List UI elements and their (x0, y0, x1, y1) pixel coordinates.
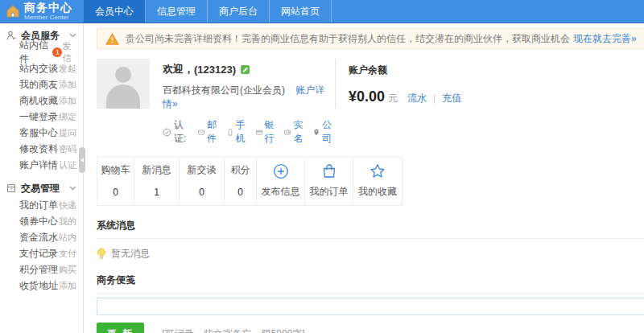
stat-cart[interactable]: 购物车 0 (97, 158, 134, 205)
sidebar-item-secondary[interactable]: 支付 (59, 248, 76, 260)
chevron-down-icon[interactable] (69, 33, 76, 38)
tab-site-home[interactable]: 网站首页 (270, 0, 332, 23)
sidebar-item-secondary[interactable]: 添加 (59, 79, 76, 91)
sidebar-item-mail[interactable]: 站内信件 1 发信 (0, 44, 83, 60)
sidebar-item-label: 商机收藏 (19, 94, 58, 108)
sidebar-item-label: 收货地址 (19, 279, 58, 293)
memo-hint: [可记录一些文字备忘，限5000字] (162, 327, 304, 333)
stat-label: 购物车 (97, 163, 134, 177)
system-messages-title: 系统消息 (97, 219, 644, 239)
sidebar-item-secondary[interactable]: 发信 (62, 40, 76, 64)
welcome-text: 欢迎， (163, 62, 194, 76)
main-nav: 会员中心 信息管理 商户后台 网站首页 (84, 0, 332, 23)
balance-section: 账户余额 ¥0.00 元 流水 | 充值 (349, 59, 461, 146)
stat-value: 0 (180, 187, 224, 198)
recharge-link[interactable]: 充值 (442, 92, 461, 105)
sidebar-item-edit-profile[interactable]: 修改资料 密码 (0, 141, 83, 157)
cert-phone-link[interactable]: 手机 (227, 118, 249, 146)
sidebar-section-transaction-management[interactable]: 交易管理 (0, 179, 83, 197)
user-icon (6, 31, 16, 40)
stat-label: 新交谈 (180, 163, 224, 177)
sidebar-item-chat[interactable]: 站内交谈 发起 (0, 60, 83, 76)
welcome-line: 欢迎， (123123) (163, 62, 335, 76)
stat-label: 新消息 (134, 163, 179, 177)
sidebar-item-secondary[interactable]: 发起 (59, 63, 76, 75)
sidebar-item-secondary[interactable]: 添加 (59, 95, 76, 107)
sidebar-collapse-handle[interactable] (79, 147, 85, 173)
sidebar-item-my-orders[interactable]: 我的订单 快递 (0, 197, 83, 213)
sidebar-item-secondary[interactable]: 密码 (59, 143, 76, 155)
sidebar-item-secondary[interactable]: 快递 (59, 199, 76, 212)
certification-line: 认证: 邮件 手机 (163, 118, 335, 146)
avatar[interactable] (97, 59, 150, 109)
publish-info-button[interactable]: 发布信息 (257, 158, 305, 205)
cert-mail-link[interactable]: 邮件 (198, 118, 220, 146)
sidebar-item-secondary[interactable]: 绑定 (59, 111, 76, 123)
chevron-down-icon[interactable] (69, 186, 76, 191)
sidebar-item-opportunity-favorites[interactable]: 商机收藏 添加 (0, 92, 83, 109)
layout: 会员服务 站内信件 1 发信 站内交谈 发起 我的商友 添加 商机收藏 添加 一… (0, 23, 644, 333)
sidebar-item-label: 支付记录 (19, 247, 58, 261)
action-label: 发布信息 (257, 185, 304, 199)
balance-title: 账户余额 (349, 64, 461, 77)
sidebar-item-business-friends[interactable]: 我的商友 添加 (0, 76, 83, 92)
update-button[interactable]: 更 新 (97, 323, 144, 333)
cert-item-label: 银行 (265, 118, 278, 146)
sidebar-item-coupon-center[interactable]: 领券中心 我的 (0, 213, 83, 229)
my-orders-button[interactable]: 我的订单 (305, 158, 353, 205)
stat-new-chats[interactable]: 新交谈 0 (180, 158, 225, 205)
sidebar-item-label: 账户详情 (19, 158, 58, 172)
sidebar-item-secondary[interactable]: 提问 (59, 127, 76, 139)
sidebar-item-secondary[interactable]: 添加 (59, 280, 76, 292)
logo[interactable]: 商务中心 Member Center (0, 0, 84, 23)
sidebar-item-shipping-address[interactable]: 收货地址 添加 (0, 278, 83, 294)
stat-label: 积分 (225, 163, 256, 177)
tab-merchant-backend[interactable]: 商户后台 (208, 0, 270, 23)
sidebar: 会员服务 站内信件 1 发信 站内交谈 发起 我的商友 添加 商机收藏 添加 一… (0, 23, 84, 333)
profile-section: 欢迎， (123123) 百都科技有限公司(企业会员) 账户详情» 认证: (97, 59, 644, 146)
cert-realname-link[interactable]: 实名 (284, 118, 306, 146)
stat-new-messages[interactable]: 新消息 1 (134, 158, 180, 205)
sidebar-item-secondary[interactable]: 购买 (59, 264, 76, 276)
sidebar-item-label: 站内交谈 (19, 62, 58, 76)
unread-badge: 1 (52, 47, 62, 57)
company-name: 百都科技有限公司(企业会员) (163, 84, 285, 96)
sidebar-item-fund-flow[interactable]: 资金流水 站内 (0, 229, 83, 245)
sidebar-item-points-management[interactable]: 积分管理 购买 (0, 261, 83, 278)
tab-info-management[interactable]: 信息管理 (146, 0, 208, 23)
sidebar-item-label: 一键登录 (19, 110, 58, 124)
bank-card-icon (256, 128, 265, 137)
tab-member-center[interactable]: 会员中心 (84, 0, 146, 23)
sidebar-item-secondary[interactable]: 我的 (59, 216, 76, 228)
logo-text: 商务中心 Member Center (24, 2, 72, 21)
sidebar-item-secondary[interactable]: 认证 (59, 159, 76, 171)
memo-textarea[interactable] (97, 298, 644, 315)
stats-bar: 购物车 0 新消息 1 新交谈 0 积分 0 发布信息 (97, 157, 402, 206)
sidebar-item-account-details[interactable]: 账户详情 认证 (0, 157, 83, 173)
sidebar-item-label: 客服中心 (19, 126, 58, 140)
my-favorites-button[interactable]: 我的收藏 (353, 158, 402, 205)
sidebar-item-secondary[interactable]: 站内 (59, 232, 76, 244)
stat-value: 1 (134, 187, 179, 198)
sidebar-item-customer-service[interactable]: 客服中心 提问 (0, 125, 83, 141)
cert-bank-link[interactable]: 银行 (256, 118, 278, 146)
complete-profile-link[interactable]: 现在就去完善» (573, 32, 637, 46)
sidebar-item-quick-login[interactable]: 一键登录 绑定 (0, 109, 83, 125)
profile-incomplete-banner: 贵公司尚未完善详细资料！完善的商业信息有助于获得别人的信任，结交潜在的商业伙伴，… (97, 28, 644, 49)
box-icon (6, 183, 16, 193)
shopping-bag-icon (305, 163, 353, 179)
edit-icon[interactable] (241, 65, 250, 74)
link-divider: | (433, 92, 436, 104)
cert-company-link[interactable]: 公司 (313, 118, 335, 146)
badge-check-icon (163, 128, 171, 137)
phone-icon (227, 128, 236, 137)
system-messages-empty: 暂无消息 (97, 247, 644, 261)
sidebar-item-payment-records[interactable]: 支付记录 支付 (0, 245, 83, 261)
stat-points[interactable]: 积分 0 (225, 158, 257, 205)
cert-item-label: 实名 (293, 118, 306, 146)
arrow-left-icon (80, 158, 84, 162)
flow-link[interactable]: 流水 (407, 92, 427, 105)
vertical-divider (335, 59, 336, 109)
mail-icon (198, 128, 207, 137)
top-header: 商务中心 Member Center 会员中心 信息管理 商户后台 网站首页 (0, 0, 644, 23)
